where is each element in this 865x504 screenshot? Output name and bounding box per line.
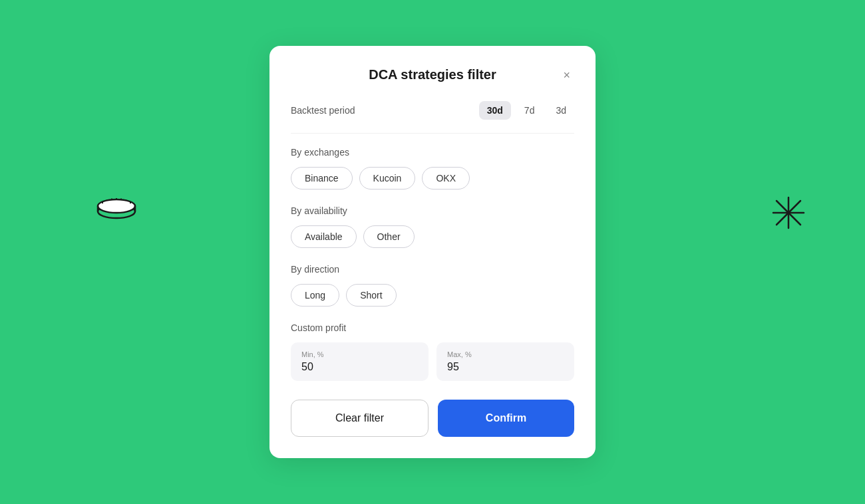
direction-short[interactable]: Short	[346, 284, 396, 307]
exchange-binance[interactable]: Binance	[291, 167, 353, 189]
footer-buttons: Clear filter Confirm	[291, 400, 574, 437]
exchange-okx[interactable]: OKX	[422, 167, 470, 189]
direction-chip-group: Long Short	[291, 284, 574, 307]
custom-profit-label: Custom profit	[291, 322, 574, 333]
star-decoration	[772, 196, 805, 232]
filter-modal: DCA strategies filter × Backtest period …	[269, 46, 596, 458]
min-profit-label: Min, %	[301, 350, 418, 358]
exchanges-section: By exchanges Binance Kucoin OKX	[291, 147, 574, 189]
exchanges-label: By exchanges	[291, 147, 574, 158]
confirm-button[interactable]: Confirm	[438, 400, 574, 437]
divider	[291, 133, 574, 134]
backtest-period-row: Backtest period 30d 7d 3d	[291, 101, 574, 120]
availability-section: By availability Available Other	[291, 205, 574, 248]
availability-label: By availability	[291, 205, 574, 216]
max-profit-label: Max, %	[447, 350, 564, 358]
direction-long[interactable]: Long	[291, 284, 339, 307]
close-button[interactable]: ×	[559, 68, 574, 82]
availability-other[interactable]: Other	[363, 225, 415, 248]
max-profit-input[interactable]	[447, 361, 564, 373]
period-btn-3d[interactable]: 3d	[548, 101, 574, 120]
exchanges-chip-group: Binance Kucoin OKX	[291, 167, 574, 189]
period-btn-30d[interactable]: 30d	[479, 101, 511, 120]
exchange-kucoin[interactable]: Kucoin	[359, 167, 416, 189]
modal-header: DCA strategies filter ×	[291, 67, 574, 82]
availability-chip-group: Available Other	[291, 225, 574, 248]
period-buttons-group: 30d 7d 3d	[479, 101, 574, 120]
period-btn-7d[interactable]: 7d	[516, 101, 543, 120]
custom-profit-section: Custom profit Min, % Max, %	[291, 322, 574, 381]
max-profit-box: Max, %	[436, 342, 574, 381]
clear-filter-button[interactable]: Clear filter	[291, 400, 429, 437]
coin-decoration	[93, 186, 140, 233]
profit-inputs-row: Min, % Max, %	[291, 342, 574, 381]
min-profit-box: Min, %	[291, 342, 429, 381]
direction-section: By direction Long Short	[291, 264, 574, 307]
modal-title: DCA strategies filter	[369, 67, 496, 82]
availability-available[interactable]: Available	[291, 225, 357, 248]
backtest-label: Backtest period	[291, 105, 355, 116]
direction-label: By direction	[291, 264, 574, 275]
min-profit-input[interactable]	[301, 361, 418, 373]
svg-point-1	[98, 199, 135, 213]
